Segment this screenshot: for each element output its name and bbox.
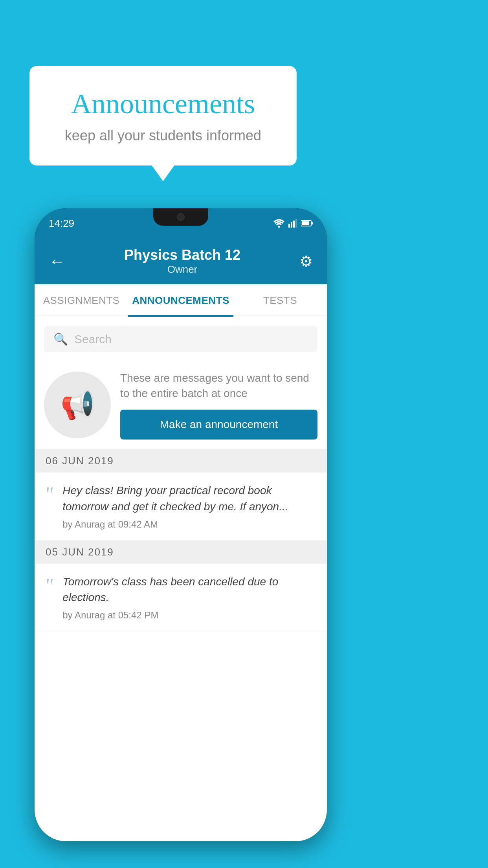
- back-button[interactable]: ←: [49, 252, 65, 271]
- tab-announcements[interactable]: ANNOUNCEMENTS: [128, 284, 233, 317]
- svg-point-0: [278, 226, 280, 228]
- message-content-2: Tomorrow's class has been cancelled due …: [62, 574, 316, 621]
- svg-rect-1: [288, 224, 290, 228]
- announcement-cta: 📢 These are messages you want to send to…: [35, 361, 327, 449]
- cta-description: These are messages you want to send to t…: [120, 370, 317, 401]
- app-header: ← Physics Batch 12 Owner ⚙: [35, 238, 327, 284]
- tab-tests[interactable]: TESTS: [233, 284, 327, 317]
- megaphone-circle: 📢: [44, 371, 111, 438]
- speech-bubble-subtitle: keep all your students informed: [53, 127, 273, 144]
- date-separator-1: 06 JUN 2019: [35, 449, 327, 473]
- content-area: 🔍 Search 📢 These are messages you want t…: [35, 317, 327, 631]
- wifi-icon: [273, 219, 284, 228]
- camera: [177, 213, 185, 221]
- speech-bubble: Announcements keep all your students inf…: [29, 66, 297, 166]
- speech-bubble-container: Announcements keep all your students inf…: [29, 66, 297, 166]
- quote-icon: ": [46, 484, 54, 505]
- phone-screen: ← Physics Batch 12 Owner ⚙ ASSIGNMENTS A…: [35, 238, 327, 841]
- signal-icon: [288, 219, 297, 228]
- message-meta-1: by Anurag at 09:42 AM: [62, 519, 316, 530]
- search-icon: 🔍: [53, 332, 68, 346]
- message-content-1: Hey class! Bring your practical record b…: [62, 483, 316, 530]
- announcement-item-2[interactable]: " Tomorrow's class has been cancelled du…: [35, 564, 327, 631]
- svg-rect-4: [295, 219, 297, 228]
- settings-button[interactable]: ⚙: [299, 253, 313, 270]
- batch-title: Physics Batch 12: [65, 247, 299, 263]
- header-center: Physics Batch 12 Owner: [65, 247, 299, 276]
- quote-icon-2: ": [46, 576, 54, 596]
- tab-assignments[interactable]: ASSIGNMENTS: [35, 284, 128, 317]
- announcement-item-1[interactable]: " Hey class! Bring your practical record…: [35, 473, 327, 540]
- make-announcement-button[interactable]: Make an announcement: [120, 410, 317, 440]
- megaphone-icon: 📢: [61, 389, 95, 421]
- battery-icon: [301, 220, 313, 227]
- svg-rect-7: [302, 221, 309, 225]
- tab-bar: ASSIGNMENTS ANNOUNCEMENTS TESTS: [35, 284, 327, 317]
- status-bar: 14:29: [35, 208, 327, 238]
- phone-notch: [153, 208, 208, 226]
- message-meta-2: by Anurag at 05:42 PM: [62, 610, 316, 621]
- batch-role: Owner: [65, 263, 299, 276]
- status-icons: [273, 219, 313, 228]
- message-text-2: Tomorrow's class has been cancelled due …: [62, 574, 316, 606]
- phone: 14:29: [35, 208, 327, 841]
- svg-rect-2: [291, 222, 292, 228]
- svg-rect-6: [312, 222, 313, 224]
- speech-bubble-title: Announcements: [53, 88, 273, 120]
- message-text-1: Hey class! Bring your practical record b…: [62, 483, 316, 515]
- cta-right: These are messages you want to send to t…: [120, 370, 317, 440]
- svg-rect-3: [293, 221, 295, 228]
- search-placeholder: Search: [74, 333, 112, 346]
- date-separator-2: 05 JUN 2019: [35, 541, 327, 564]
- status-time: 14:29: [49, 217, 74, 230]
- search-bar[interactable]: 🔍 Search: [44, 326, 317, 352]
